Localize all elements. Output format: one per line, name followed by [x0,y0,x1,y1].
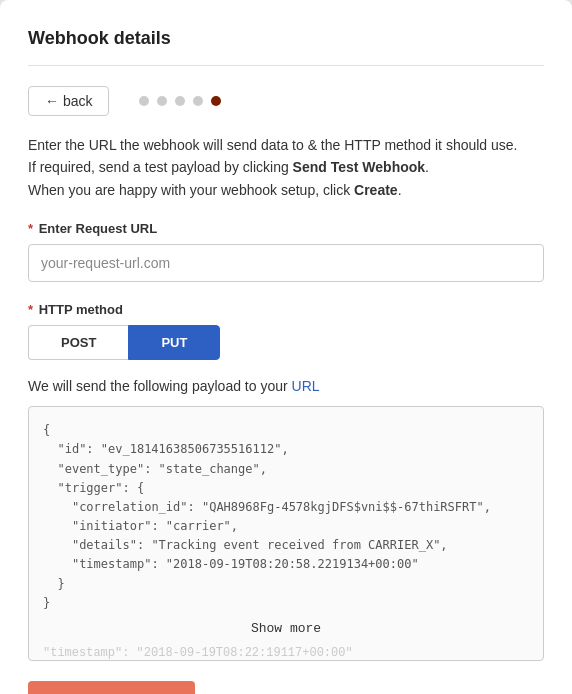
url-input[interactable] [28,244,544,282]
page-title: Webhook details [28,28,544,49]
payload-box: { "id": "ev_18141638506735516112", "even… [28,406,544,661]
dot-3 [175,96,185,106]
payload-overflow-text: "timestamp": "2018-09-19T08:22:19117+00:… [43,646,529,660]
create-text: Create [354,182,398,198]
payload-code: { "id": "ev_18141638506735516112", "even… [43,421,529,613]
url-field-label: * Enter Request URL [28,221,544,236]
show-more-button[interactable]: Show more [43,613,529,646]
description-line1: Enter the URL the webhook will send data… [28,137,518,153]
required-star-url: * [28,221,33,236]
description-line2-suffix: . [425,159,429,175]
description-line3-prefix: When you are happy with your webhook set… [28,182,354,198]
dot-5-active [211,96,221,106]
dot-1 [139,96,149,106]
send-test-webhook-button[interactable]: Send test webhook [28,681,195,694]
post-button[interactable]: POST [28,325,128,360]
payload-label: We will send the following payload to yo… [28,378,544,394]
top-nav: ← back [28,86,544,116]
send-test-webhook-text: Send Test Webhook [293,159,426,175]
description-text: Enter the URL the webhook will send data… [28,134,544,201]
webhook-details-card: Webhook details ← back Enter the URL the… [0,0,572,694]
payload-url-link[interactable]: URL [292,378,320,394]
dot-4 [193,96,203,106]
put-button[interactable]: PUT [128,325,220,360]
description-line3-suffix: . [398,182,402,198]
divider [28,65,544,66]
http-method-section: * HTTP method POST PUT [28,302,544,360]
http-method-label: * HTTP method [28,302,544,317]
dot-2 [157,96,167,106]
method-buttons: POST PUT [28,325,544,360]
required-star-method: * [28,302,33,317]
description-line2-prefix: If required, send a test payload by clic… [28,159,293,175]
back-button[interactable]: ← back [28,86,109,116]
step-dots [139,96,221,106]
